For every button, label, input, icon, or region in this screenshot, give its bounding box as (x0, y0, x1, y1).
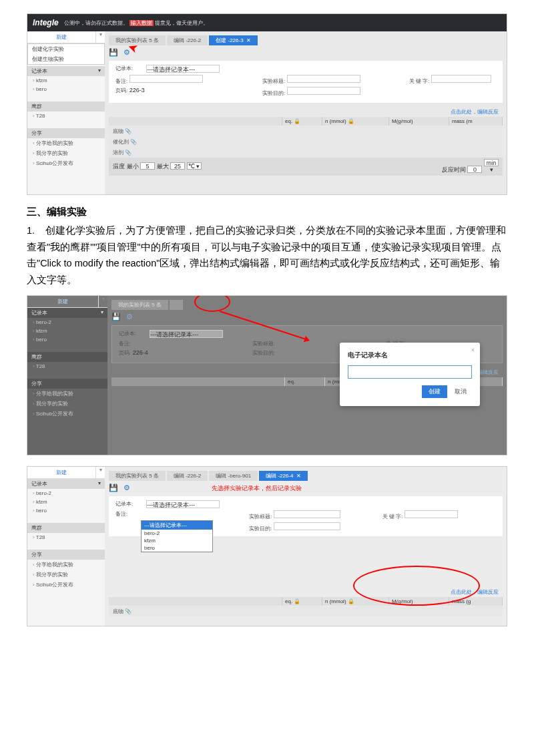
tab-edit[interactable] (170, 300, 183, 310)
tab-edit[interactable]: 编辑 -226-2 (167, 35, 208, 45)
tab-edit[interactable]: 编辑 -bero-901 (209, 471, 258, 481)
sidebar-share-item[interactable]: Scihub公开发布 (27, 158, 105, 168)
new-dropdown-toggle[interactable]: ▾ (95, 467, 105, 478)
sidebar-share-item[interactable]: 我分享的实验 (27, 570, 105, 580)
sidebar-books-header[interactable]: 记录本▾ (27, 308, 107, 318)
annotation-circle (353, 566, 480, 606)
recordbook-select[interactable]: ---请选择记录本--- (146, 65, 220, 73)
lock-icon: 🔒 (348, 598, 354, 604)
close-icon[interactable]: × (471, 347, 475, 353)
recordbook-label: 记录本: (115, 65, 133, 73)
new-dropdown-toggle[interactable]: ▾ (95, 31, 105, 43)
substrate-row[interactable]: 底物 📎 (109, 126, 503, 136)
temp-unit-select[interactable]: ℃ ▾ (187, 162, 202, 170)
sidebar-book-item[interactable]: kfzm (27, 498, 105, 506)
sidebar-share-item[interactable]: 我分享的实验 (27, 399, 107, 409)
note-label: 备注: (115, 511, 127, 517)
new-dropdown-toggle[interactable]: ▾ (98, 296, 107, 307)
close-icon[interactable]: ✕ (246, 37, 251, 43)
form-panel: 记录本: ---请选择记录本--- 备注: 实验标题: 关 键 字: 页码: 2… (109, 61, 503, 103)
close-icon[interactable]: ✕ (296, 473, 301, 479)
temp-max-input[interactable]: 25 (170, 162, 185, 170)
dropdown-option[interactable]: kfzm (142, 537, 212, 544)
tab-edit[interactable]: 编辑 -226-4✕ (259, 471, 307, 481)
sidebar-share-header[interactable]: 分享 (27, 128, 105, 138)
dropdown-option[interactable]: ---请选择记录本--- (142, 521, 212, 530)
sidebar-group-header[interactable]: 鹰群 (27, 352, 107, 362)
notebook-name-input[interactable] (348, 365, 472, 379)
tab-list[interactable]: 我的实验列表 5 条 (111, 300, 168, 310)
cancel-button[interactable]: 取消 (449, 385, 472, 398)
edit-reaction-link[interactable]: 点击此处，编辑反应 (109, 107, 503, 117)
sidebar-share-item[interactable]: 分享给我的实验 (27, 560, 105, 570)
new-dropdown-menu: 创建化学实验 创建生物实验 (27, 43, 105, 65)
sidebar-book-item[interactable]: kfzm (27, 76, 105, 85)
chevron-down-icon: ▾ (98, 67, 101, 75)
sidebar-group-header[interactable]: 鹰群 (27, 102, 105, 112)
new-button[interactable]: 新建 (27, 296, 98, 307)
recordbook-select[interactable]: ---请选择记录本--- (146, 500, 220, 508)
modal-title: 电子记录本名 (348, 351, 472, 360)
sidebar-share-header[interactable]: 分享 (27, 550, 105, 560)
sidebar-group-item[interactable]: T28 (27, 112, 105, 120)
solvent-row[interactable]: 溶剂 📎 (109, 148, 503, 158)
save-icon[interactable]: 💾 (111, 313, 121, 321)
sidebar-share-item[interactable]: 分享给我的实验 (27, 138, 105, 148)
keyword-input[interactable] (431, 75, 491, 83)
sidebar-share-item[interactable]: Scihub公开发布 (27, 409, 107, 419)
screenshot-2: 新建 ▾ 记录本▾ bero-2 kfzm bero 鹰群 T28 分享 分享给… (27, 295, 507, 455)
sidebar-share-header[interactable]: 分享 (27, 379, 107, 389)
sidebar-book-item[interactable]: bero (27, 85, 105, 93)
note-label: 备注: (115, 78, 127, 84)
gear-icon[interactable]: ⚙ (123, 484, 130, 492)
title-input[interactable] (287, 75, 360, 83)
create-button[interactable]: 创建 (422, 385, 447, 398)
sidebar-group-item[interactable]: T28 (27, 362, 107, 371)
save-icon[interactable]: 💾 (109, 48, 118, 57)
note-input[interactable] (129, 75, 203, 83)
note-label: 备注: (119, 341, 131, 347)
sidebar-book-item[interactable]: bero-2 (27, 318, 107, 327)
sidebar-group-item[interactable]: T28 (27, 533, 105, 542)
rtime-unit-select[interactable]: min ▾ (484, 159, 499, 166)
keyword-input[interactable] (405, 510, 458, 518)
tab-create[interactable]: 创建 -226-3✕ (209, 35, 257, 45)
create-notebook-modal: 电子记录本名 × 创建 取消 (340, 343, 480, 406)
purpose-input[interactable] (274, 522, 340, 530)
sidebar-book-item[interactable]: kfzm (27, 327, 107, 335)
recordbook-label: 记录本: (119, 330, 136, 338)
purpose-input[interactable] (287, 87, 360, 95)
catalyst-row[interactable]: 催化剂 📎 (109, 137, 503, 147)
tab-edit[interactable]: 编辑 -226-2 (167, 471, 208, 481)
new-button[interactable]: 新建 (27, 467, 95, 478)
rtime-input[interactable]: 0 (467, 166, 482, 173)
temp-min-label: 温度 最小 (113, 163, 139, 170)
sidebar-share-item[interactable]: 我分享的实验 (27, 148, 105, 158)
sidebar-books-header[interactable]: 记录本▾ (27, 66, 105, 76)
title-input[interactable] (274, 510, 340, 518)
sidebar: 新建 ▾ 记录本▾ bero-2 kfzm bero 鹰群 T28 分享 分享给… (27, 296, 107, 455)
new-button[interactable]: 新建 (27, 31, 95, 43)
tab-list[interactable]: 我的实验列表 5 条 (109, 471, 166, 481)
save-icon[interactable]: 💾 (109, 484, 118, 492)
sidebar-book-item[interactable]: bero-2 (27, 489, 105, 498)
sidebar-share-item[interactable]: 分享给我的实验 (27, 389, 107, 399)
menu-create-chem[interactable]: 创建化学实验 (28, 44, 104, 54)
sidebar-book-item[interactable]: bero (27, 335, 107, 344)
title-label: 实验标题: (249, 514, 272, 520)
input-data-link[interactable]: 输入数据 (129, 20, 154, 26)
dropdown-option[interactable]: bero-2 (142, 530, 212, 537)
substrate-row[interactable]: 底物 📎 (109, 606, 503, 616)
sidebar-book-item[interactable]: bero (27, 506, 105, 515)
chevron-down-icon: ▾ (98, 480, 101, 488)
gear-icon[interactable]: ⚙ (126, 313, 133, 321)
dropdown-option[interactable]: bero (142, 544, 212, 552)
menu-create-bio[interactable]: 创建生物实验 (28, 54, 104, 64)
sidebar-books-header[interactable]: 记录本▾ (27, 479, 105, 489)
recordbook-select[interactable]: ---请选择记录本--- (150, 330, 223, 338)
sidebar-group-header[interactable]: 鹰群 (27, 523, 105, 533)
temp-min-input[interactable]: 5 (140, 162, 155, 170)
purpose-label: 实验目的: (262, 90, 285, 96)
sidebar-share-item[interactable]: Scihub公开发布 (27, 580, 105, 590)
lock-icon: 🔒 (294, 598, 300, 604)
